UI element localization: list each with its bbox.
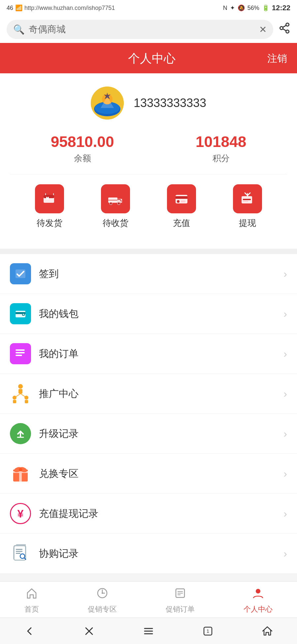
orders-arrow: › — [283, 348, 287, 360]
checkin-arrow: › — [283, 268, 287, 280]
menu-item-orders[interactable]: 我的订单 › — [0, 334, 297, 374]
promo-center-label: 推广中心 — [39, 387, 276, 401]
pending-receive-label: 待收货 — [103, 217, 128, 229]
svg-rect-37 — [13, 400, 16, 403]
svg-point-0 — [286, 23, 289, 26]
search-bar: 🔍 奇偶商城 ✕ — [0, 16, 297, 44]
browser-home-button[interactable] — [257, 621, 277, 641]
profile-section: 13333333333 95810.00 余额 101848 积分 — [0, 73, 297, 249]
browser-menu-button[interactable] — [139, 621, 158, 641]
points-amount: 101848 — [196, 133, 247, 151]
signal-icon: 46 — [7, 5, 13, 12]
action-withdraw[interactable]: 提现 — [233, 184, 262, 229]
wallet-arrow: › — [283, 308, 287, 320]
browser-tab-button[interactable]: 1 — [198, 621, 218, 641]
svg-point-1 — [280, 27, 283, 30]
svg-point-14 — [110, 202, 112, 205]
menu-item-recharge-record[interactable]: ¥ 充值提现记录 › — [0, 494, 297, 534]
action-recharge[interactable]: 充值 — [167, 184, 196, 229]
action-pending-ship[interactable]: 待发货 — [35, 184, 64, 229]
promo-nav-icon — [96, 587, 109, 602]
menu-item-wallet[interactable]: 我的钱包 › — [0, 294, 297, 334]
balance-label: 余额 — [74, 153, 91, 164]
pending-ship-label: 待发货 — [37, 217, 62, 229]
url-text: http://www.huzhan.com/ishop7751 — [24, 5, 115, 12]
points-label: 积分 — [213, 153, 230, 164]
svg-rect-30 — [16, 355, 22, 356]
browser-back-button[interactable] — [20, 621, 40, 641]
recharge-record-icon: ¥ — [10, 503, 31, 524]
nav-home-label: 首页 — [24, 604, 39, 614]
browser-close-button[interactable] — [79, 621, 99, 641]
checkin-icon — [10, 263, 31, 284]
search-clear-button[interactable]: ✕ — [259, 24, 267, 35]
svg-line-3 — [283, 29, 286, 31]
purchase-record-label: 协购记录 — [39, 547, 276, 560]
bluetooth-icon: ✦ — [230, 4, 235, 12]
header: 个人中心 注销 — [0, 44, 297, 73]
pending-ship-icon — [35, 184, 64, 213]
svg-point-15 — [117, 202, 120, 205]
purchase-record-arrow: › — [283, 548, 287, 560]
svg-rect-28 — [16, 349, 25, 351]
action-pending-receive[interactable]: 待收货 — [101, 184, 130, 229]
nav-profile[interactable]: 个人中心 — [244, 587, 273, 614]
menu-item-purchase-record[interactable]: 协购记录 › — [0, 534, 297, 574]
yen-icon: ¥ — [17, 507, 24, 520]
svg-rect-39 — [25, 400, 28, 403]
upgrade-label: 升级记录 — [39, 427, 276, 441]
nav-promo[interactable]: 促销专区 — [88, 587, 117, 614]
wallet-label: 我的钱包 — [39, 307, 276, 321]
svg-point-58 — [102, 592, 103, 594]
search-input-wrap[interactable]: 🔍 奇偶商城 ✕ — [7, 20, 273, 39]
recharge-record-arrow: › — [283, 508, 287, 520]
bottom-nav: 首页 促销专区 促销订单 个人中心 — [0, 581, 297, 618]
wifi-icon: 📶 — [15, 4, 22, 12]
points-item: 101848 积分 — [196, 133, 247, 164]
nav-home[interactable]: 首页 — [24, 587, 39, 614]
svg-rect-22 — [243, 201, 248, 202]
menu-item-exchange[interactable]: 兑换专区 › — [0, 454, 297, 494]
menu-item-upgrade[interactable]: 升级记录 › — [0, 414, 297, 454]
svg-rect-29 — [16, 352, 25, 353]
status-time: 12:22 — [272, 4, 290, 12]
menu-item-promo-center[interactable]: 推广中心 › — [0, 374, 297, 414]
svg-rect-35 — [18, 389, 22, 394]
withdraw-icon — [233, 184, 262, 213]
balance-amount: 95810.00 — [51, 133, 114, 151]
orders-icon — [10, 343, 31, 364]
recharge-label: 充值 — [173, 217, 190, 229]
page-title: 个人中心 — [36, 51, 267, 67]
svg-point-33 — [16, 355, 17, 356]
balance-row: 95810.00 余额 101848 积分 — [10, 133, 287, 164]
pending-receive-icon — [101, 184, 130, 213]
svg-point-27 — [23, 314, 24, 315]
svg-point-31 — [16, 349, 17, 351]
svg-rect-21 — [243, 199, 251, 200]
mute-icon: 🔕 — [238, 4, 245, 12]
browser-nav: 1 — [0, 618, 297, 644]
nav-promo-orders-label: 促销订单 — [166, 604, 195, 614]
menu-list: 签到 › 我的钱包 › — [0, 254, 297, 574]
logout-button[interactable]: 注销 — [267, 52, 287, 65]
exchange-arrow: › — [283, 468, 287, 480]
avatar[interactable] — [91, 87, 124, 120]
nav-promo-orders[interactable]: 促销订单 — [166, 587, 195, 614]
menu-item-checkin[interactable]: 签到 › — [0, 254, 297, 294]
checkin-label: 签到 — [39, 267, 276, 281]
search-icon: 🔍 — [13, 24, 25, 35]
svg-point-18 — [177, 200, 180, 203]
share-button[interactable] — [279, 22, 290, 37]
svg-line-40 — [15, 394, 20, 398]
recharge-icon — [167, 184, 196, 213]
status-bar: 46 📶 http://www.huzhan.com/ishop7751 N ✦… — [0, 0, 297, 16]
svg-point-48 — [19, 468, 22, 471]
status-bar-right: N ✦ 🔕 56% 🔋 12:22 — [223, 4, 290, 12]
svg-point-2 — [286, 30, 289, 33]
svg-rect-19 — [181, 200, 185, 202]
battery-text: 56% — [248, 5, 259, 12]
upgrade-arrow: › — [283, 428, 287, 440]
profile-info: 13333333333 — [91, 87, 206, 120]
orders-label: 我的订单 — [39, 347, 276, 361]
svg-point-32 — [16, 352, 17, 353]
